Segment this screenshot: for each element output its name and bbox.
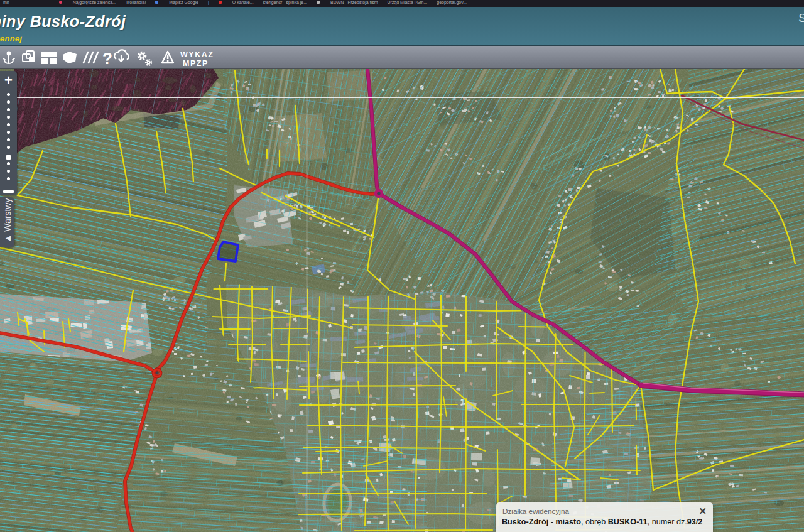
svg-text:MPZP: MPZP [183,59,209,68]
svg-text:?: ? [102,49,112,68]
svg-text:WYKAZ: WYKAZ [180,50,214,59]
